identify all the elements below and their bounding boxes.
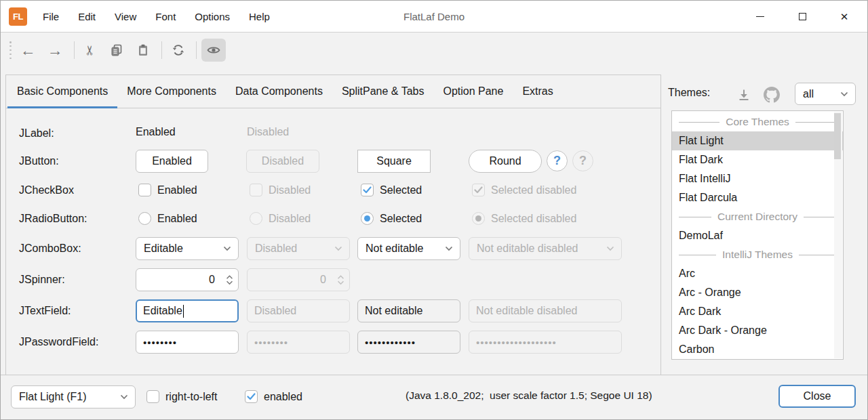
chevron-down-icon	[840, 91, 848, 97]
jcombobox-row-label: JComboBox:	[19, 241, 81, 256]
checkbox-label: Disabled	[269, 184, 311, 196]
tab-extras[interactable]: Extras	[513, 75, 562, 108]
checkbox-selected-disabled: Selected disabled	[472, 184, 576, 196]
textfield-value: Not editable	[365, 305, 422, 317]
theme-item-arc-dark[interactable]: Arc Dark	[672, 302, 843, 321]
back-button[interactable]: ←	[16, 39, 40, 62]
textfield-editable[interactable]: Editable	[136, 299, 239, 322]
tab-basic-components[interactable]: Basic Components	[7, 75, 117, 108]
themes-scrollbar-thumb[interactable]	[834, 113, 841, 159]
chevron-down-icon	[445, 246, 453, 251]
passwordfield-editable[interactable]: ••••••••	[136, 331, 239, 354]
themes-label: Themes:	[668, 87, 710, 99]
themes-separator: Current Directory	[672, 207, 843, 226]
jradiobutton-row-label: JRadioButton:	[19, 211, 87, 226]
spinner[interactable]: 0	[136, 268, 239, 291]
close-window-button[interactable]: ✕	[825, 1, 863, 33]
download-theme-button[interactable]	[734, 85, 754, 104]
paste-icon	[136, 43, 150, 57]
toolbar-grip[interactable]	[9, 41, 12, 59]
spinner-value: 0	[248, 269, 332, 291]
themes-separator: IntelliJ Themes	[672, 245, 843, 264]
chevron-down-icon	[223, 246, 231, 251]
themes-filter-value: all	[803, 88, 840, 100]
theme-item-flat-light[interactable]: Flat Light	[672, 131, 843, 150]
theme-item-arc-dark-orange[interactable]: Arc Dark - Orange	[672, 321, 843, 340]
github-button[interactable]	[762, 85, 782, 104]
jcheckbox-row-label: JCheckBox	[19, 183, 74, 198]
laf-combobox-value: Flat Light (F1)	[19, 391, 120, 403]
spinner-value[interactable]: 0	[136, 269, 220, 291]
chevron-down-icon	[606, 246, 614, 251]
themes-list: Core Themes Flat Light Flat Dark Flat In…	[671, 110, 844, 360]
spinner-up-icon[interactable]	[226, 275, 233, 280]
checkbox-selected[interactable]: Selected	[361, 184, 422, 196]
show-details-toggle-button[interactable]	[201, 39, 226, 62]
toolbar: ← → ✂	[1, 33, 867, 68]
tab-option-pane[interactable]: Option Pane	[433, 75, 513, 108]
round-button[interactable]: Round	[469, 150, 542, 173]
right-to-left-checkbox[interactable]: right-to-left	[146, 390, 217, 403]
menu-edit[interactable]: Edit	[68, 1, 105, 33]
copy-button[interactable]	[104, 39, 129, 62]
textfield-not-editable[interactable]: Not editable	[357, 299, 460, 322]
tab-splitpane-tabs[interactable]: SplitPane & Tabs	[332, 75, 434, 108]
close-button[interactable]: Close	[778, 385, 856, 408]
spinner-down-icon[interactable]	[226, 280, 233, 285]
tab-data-components[interactable]: Data Components	[226, 75, 332, 108]
radio-selected-icon	[361, 212, 374, 225]
checkbox-label: Enabled	[157, 184, 197, 196]
forward-arrow-icon: →	[47, 43, 63, 58]
theme-item-arc-orange[interactable]: Arc - Orange	[672, 283, 843, 302]
maximize-icon	[799, 13, 806, 20]
toolbar-separator	[196, 41, 197, 59]
checkbox-label: Selected disabled	[491, 184, 576, 196]
jlabel-enabled: Enabled	[136, 126, 176, 138]
toolbar-separator	[161, 41, 162, 59]
themes-separator: Core Themes	[672, 112, 843, 131]
minimize-button[interactable]	[741, 1, 779, 33]
jbutton-row-label: JButton:	[19, 154, 59, 169]
menu-view[interactable]: View	[105, 1, 146, 33]
title-bar: FL File Edit View Font Options Help Flat…	[1, 1, 867, 33]
passwordfield-not-editable[interactable]: ••••••••••••	[357, 331, 460, 354]
combobox-editable[interactable]: Editable	[136, 237, 239, 260]
checkbox-enabled[interactable]: Enabled	[138, 184, 197, 196]
jlabel-disabled: Disabled	[247, 126, 289, 138]
password-dots: ••••••••	[143, 337, 177, 348]
maximize-button[interactable]	[783, 1, 821, 33]
window-title: FlatLaf Demo	[204, 1, 664, 33]
theme-item-flat-darcula[interactable]: Flat Darcula	[672, 188, 843, 207]
app-logo-icon: FL	[9, 7, 27, 26]
textfield-value: Editable	[143, 305, 182, 317]
laf-combobox[interactable]: Flat Light (F1)	[11, 385, 136, 408]
menu-font[interactable]: Font	[146, 1, 185, 33]
forward-button[interactable]: →	[43, 39, 67, 62]
theme-item-flat-intellij[interactable]: Flat IntelliJ	[672, 169, 843, 188]
theme-item-demolaf[interactable]: DemoLaf	[672, 226, 843, 245]
disabled-button: Disabled	[246, 150, 319, 173]
radio-selected[interactable]: Selected	[361, 212, 422, 225]
enabled-button[interactable]: Enabled	[136, 150, 208, 173]
spinner-disabled: 0	[247, 268, 350, 291]
cut-button[interactable]: ✂	[78, 39, 102, 62]
themes-scrollbar[interactable]	[834, 112, 842, 358]
theme-item-carbon[interactable]: Carbon	[672, 340, 843, 359]
paste-button[interactable]	[131, 39, 155, 62]
checkbox-checked-icon	[472, 184, 485, 196]
themes-filter-combobox[interactable]: all	[795, 83, 856, 105]
refresh-button[interactable]	[166, 39, 191, 62]
combobox-not-editable[interactable]: Not editable	[357, 237, 460, 260]
square-button[interactable]: Square	[357, 150, 431, 173]
radio-enabled[interactable]: Enabled	[138, 212, 197, 225]
tab-more-components[interactable]: More Components	[117, 75, 226, 108]
menu-file[interactable]: File	[33, 1, 68, 33]
enabled-checkbox[interactable]: enabled	[245, 390, 302, 403]
theme-item-arc[interactable]: Arc	[672, 264, 843, 283]
minimize-icon	[756, 16, 764, 17]
theme-item-flat-dark[interactable]: Flat Dark	[672, 150, 843, 169]
combobox-value: Disabled	[255, 243, 334, 255]
radio-selected-disabled: Selected disabled	[472, 212, 576, 225]
help-button[interactable]: ?	[547, 150, 568, 171]
radio-label: Selected	[380, 213, 422, 225]
